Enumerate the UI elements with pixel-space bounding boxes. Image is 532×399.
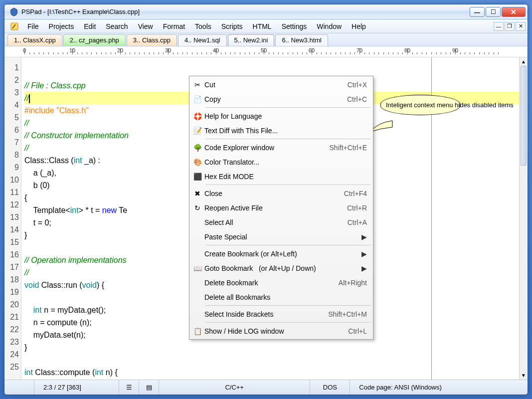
line-number: 18 (4, 273, 19, 286)
window-title: PSPad - [I:\Test\C++ Example\Class.cpp] (21, 8, 469, 15)
menu-separator (205, 139, 371, 139)
context-menu-label: Select Inside Brackets (204, 310, 318, 318)
context-menu-item[interactable]: Create Bookmark (or Alt+Left)▶ (190, 246, 372, 261)
menu-format[interactable]: Format (158, 21, 190, 32)
menu-html[interactable]: HTML (248, 21, 277, 32)
context-menu-item[interactable]: 📋Show / Hide LOG windowCtrl+L (190, 324, 372, 338)
context-menu-label: Copy (204, 95, 337, 103)
menu-edit[interactable]: Edit (79, 21, 101, 32)
show-hide-log-window-icon: 📋 (190, 327, 204, 335)
line-number: 15 (4, 236, 19, 248)
menu-tools[interactable]: Tools (190, 21, 216, 32)
reopen-active-file-icon: ↻ (190, 204, 204, 212)
context-menu-item[interactable]: 🛟Help for Language (190, 109, 372, 123)
file-tab[interactable]: 6.. New3.html (275, 34, 328, 46)
encoding-indicator: Code page: ANSI (Windows) (350, 380, 528, 395)
minimize-button[interactable] (470, 7, 485, 17)
mdi-minimize-button[interactable]: — (494, 22, 504, 31)
help-for-language-icon: 🛟 (190, 112, 204, 120)
scroll-down-icon[interactable]: ▼ (520, 371, 528, 380)
context-menu-item[interactable]: 🎨Color Translator... (190, 155, 372, 169)
context-menu-item[interactable]: 📝Text Diff with This File... (190, 123, 372, 138)
line-number: 21 (4, 311, 19, 323)
copy-icon: 📄 (190, 95, 204, 103)
context-menu-item[interactable]: Delete BookmarkAlt+Right (190, 275, 372, 290)
context-menu-label: Reopen Active File (204, 204, 337, 212)
context-menu-shortcut: Ctrl+R (347, 204, 367, 212)
context-menu-shortcut: Shift+Ctrl+E (330, 144, 367, 152)
cursor-position: 2:3 / 27 [363] (34, 380, 119, 395)
line-number: 16 (4, 248, 19, 261)
app-icon (9, 7, 18, 16)
menu-separator (205, 185, 371, 185)
code-line[interactable]: } (24, 341, 519, 354)
menu-file[interactable]: File (22, 21, 44, 32)
context-menu-item[interactable]: ↻Reopen Active FileCtrl+R (190, 200, 372, 215)
context-menu-shortcut: Alt+Right (339, 279, 367, 287)
line-number: 5 (4, 111, 19, 124)
misc-icon[interactable]: ▤ (139, 380, 159, 395)
context-menu-item[interactable]: 📄CopyCtrl+C (190, 92, 372, 106)
code-line[interactable]: return n * 2; (24, 379, 519, 380)
submenu-arrow-icon: ▶ (361, 250, 367, 258)
line-number: 6 (4, 124, 19, 136)
context-menu-label: Hex Edit MODE (204, 173, 357, 181)
context-menu-label: Text Diff with This File... (204, 127, 357, 135)
close-icon: ✖ (190, 190, 204, 198)
menu-separator (205, 305, 371, 306)
tabbar: 1.. ClassX.cpp2.. cz_pages.php3.. Class.… (4, 33, 528, 46)
vertical-scrollbar[interactable]: ▲ ▼ (519, 57, 528, 380)
code-area[interactable]: // File : Class.cpp//#include "Class.h"/… (21, 57, 519, 380)
menu-settings[interactable]: Settings (277, 21, 312, 32)
line-number: 12 (4, 199, 19, 211)
context-menu-shortcut: Ctrl+L (348, 327, 367, 335)
menu-projects[interactable]: Projects (44, 21, 79, 32)
line-number: 20 (4, 298, 19, 311)
context-menu-label: Delete all Bookmarks (204, 293, 357, 301)
language-indicator: C/C++ (159, 380, 310, 395)
file-tab[interactable]: 4.. New1.sql (178, 34, 227, 46)
line-number: 19 (4, 286, 19, 298)
line-number: 11 (4, 186, 19, 199)
align-icon[interactable]: ☰ (119, 380, 139, 395)
line-number: 3 (4, 86, 19, 99)
editor: 1234567891011121314151617181920212223242… (4, 57, 528, 380)
context-menu-item[interactable]: 🌳Code Explorer windowShift+Ctrl+E (190, 140, 372, 155)
goto-bookmark-or-alt-up-down--icon: 📖 (190, 264, 204, 272)
code-line[interactable]: int Class::compute (int n) { (24, 366, 519, 379)
context-menu-item[interactable]: ✖CloseCtrl+F4 (190, 186, 372, 200)
hex-edit-mode-icon: ⬛ (190, 173, 204, 181)
menu-search[interactable]: Search (101, 21, 133, 32)
context-menu-item[interactable]: 📖Goto Bookmark (or Alt+Up / Down)▶ (190, 261, 372, 275)
context-menu-item[interactable]: Paste Special▶ (190, 229, 372, 244)
menu-window[interactable]: Window (312, 21, 347, 32)
line-number: 9 (4, 161, 19, 174)
context-menu-label: Select All (204, 218, 338, 226)
code-explorer-window-icon: 🌳 (190, 144, 204, 152)
context-menu-item[interactable]: Select Inside BracketsShift+Ctrl+M (190, 307, 372, 321)
scrollbar-thumb[interactable] (521, 66, 527, 166)
close-button[interactable] (502, 7, 526, 17)
file-tab[interactable]: 5.. New2.ini (228, 34, 275, 46)
context-menu-label: Paste Special (204, 233, 361, 241)
context-menu-shortcut: Shift+Ctrl+M (328, 310, 367, 318)
menu-scripts[interactable]: Scripts (216, 21, 248, 32)
menu-view[interactable]: View (133, 21, 158, 32)
scroll-up-icon[interactable]: ▲ (520, 57, 528, 66)
file-tab[interactable]: 3.. Class.cpp (127, 34, 177, 46)
file-tab[interactable]: 2.. cz_pages.php (63, 34, 126, 46)
code-line[interactable] (24, 354, 519, 366)
context-menu-item[interactable]: ✂CutCtrl+X (190, 77, 372, 92)
context-menu-item[interactable]: ⬛Hex Edit MODE (190, 169, 372, 184)
context-menu-label: Goto Bookmark (or Alt+Up / Down) (204, 264, 361, 272)
line-number: 23 (4, 336, 19, 348)
context-menu-item[interactable]: Delete all Bookmarks (190, 290, 372, 304)
callout-bubble: Inteligent context menu hides disabled i… (380, 95, 460, 115)
cut-icon: ✂ (190, 81, 204, 89)
context-menu-item[interactable]: Select AllCtrl+A (190, 215, 372, 229)
mdi-close-button[interactable]: ✕ (516, 22, 526, 31)
maximize-button[interactable] (486, 7, 501, 17)
mdi-restore-button[interactable]: ❐ (505, 22, 515, 31)
menu-help[interactable]: Help (347, 21, 371, 32)
file-tab[interactable]: 1.. ClassX.cpp (7, 34, 62, 46)
